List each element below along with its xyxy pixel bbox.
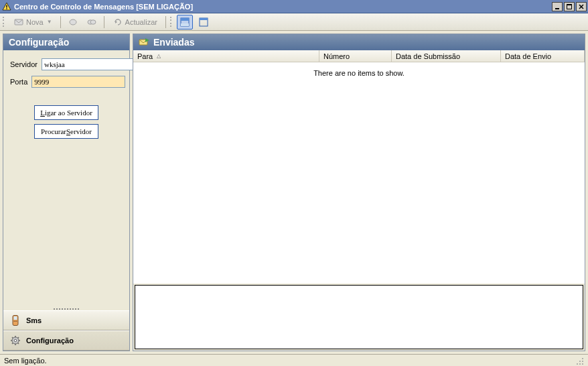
svg-rect-20 — [14, 321, 15, 322]
porta-input[interactable] — [31, 76, 125, 88]
svg-rect-2 — [6, 8, 7, 9]
svg-rect-14 — [181, 18, 189, 21]
procurar-servidor-button[interactable]: Procurar Servidor — [34, 124, 98, 139]
grid-area: Para △ Número Data de Submissão Data de … — [133, 50, 585, 284]
col-para[interactable]: Para △ — [133, 50, 319, 62]
svg-rect-15 — [181, 23, 189, 26]
reply-all-button[interactable] — [84, 15, 100, 29]
col-data-submissao[interactable]: Data de Submissão — [392, 50, 501, 62]
view-detail-button[interactable] — [177, 15, 193, 29]
detail-box — [135, 285, 583, 349]
refresh-icon — [113, 17, 123, 27]
svg-point-37 — [579, 363, 581, 365]
left-pane: Configuração Servidor Porta Ligar ao Ser… — [3, 34, 130, 351]
gear-icon — [10, 335, 21, 346]
svg-point-38 — [582, 358, 583, 359]
svg-rect-19 — [14, 316, 17, 320]
toolbar-separator — [104, 16, 104, 28]
right-pane: Enviadas Para △ Número Data de Submissão… — [133, 34, 585, 351]
servidor-input[interactable] — [42, 58, 135, 70]
svg-marker-12 — [115, 20, 117, 23]
config-body: Servidor Porta Ligar ao Servidor Procura… — [3, 50, 129, 306]
window-controls — [550, 2, 587, 11]
svg-point-11 — [90, 19, 96, 23]
svg-rect-5 — [567, 4, 572, 5]
maximize-button[interactable] — [564, 2, 575, 11]
svg-point-9 — [70, 19, 76, 25]
porta-label: Porta — [10, 78, 27, 86]
toolbar-grip — [3, 16, 5, 28]
svg-line-30 — [18, 343, 19, 344]
statusbar: Sem ligação. — [0, 354, 588, 366]
column-headers: Para △ Número Data de Submissão Data de … — [133, 50, 585, 62]
reply-all-icon — [86, 17, 97, 27]
svg-point-39 — [579, 361, 581, 362]
svg-point-40 — [577, 363, 578, 365]
servidor-row: Servidor — [10, 58, 123, 70]
new-message-icon — [13, 17, 24, 27]
svg-rect-21 — [15, 321, 15, 322]
svg-point-24 — [14, 339, 17, 342]
resize-grip[interactable] — [575, 356, 584, 365]
view-detail-icon — [179, 17, 190, 27]
close-button[interactable] — [576, 2, 587, 11]
main-area: Configuração Servidor Porta Ligar ao Ser… — [0, 31, 588, 354]
grid-body: There are no items to show. — [133, 62, 585, 284]
view-list-icon — [198, 17, 209, 27]
svg-rect-3 — [555, 8, 559, 9]
actualizar-button[interactable]: Actualizar — [108, 15, 161, 29]
svg-point-36 — [582, 361, 583, 362]
actualizar-label: Actualizar — [125, 18, 157, 26]
ligar-servidor-button[interactable]: Ligar ao Servidor — [34, 105, 98, 120]
col-data-envio[interactable]: Data de Envio — [501, 50, 585, 62]
nav-sms[interactable]: Sms — [3, 310, 129, 330]
nav-config-label: Configuração — [26, 337, 74, 345]
app-warning-icon — [1, 1, 12, 12]
svg-line-32 — [18, 337, 19, 338]
sent-header-label: Enviadas — [153, 37, 194, 48]
nav-sms-label: Sms — [26, 316, 42, 324]
empty-text: There are no items to show. — [313, 69, 405, 284]
minimize-button[interactable] — [552, 2, 563, 11]
col-numero[interactable]: Número — [319, 50, 392, 62]
svg-line-29 — [12, 337, 13, 338]
nova-label: Nova — [26, 18, 44, 26]
sort-asc-icon: △ — [157, 53, 161, 59]
status-text: Sem ligação. — [4, 357, 47, 365]
svg-rect-17 — [200, 18, 208, 20]
view-list-button[interactable] — [196, 15, 212, 29]
window-title: Centro de Controlo de Mensagens [SEM LIG… — [14, 3, 550, 11]
reply-icon — [68, 17, 78, 27]
nova-button[interactable]: Nova ▼ — [9, 15, 56, 29]
toolbar-separator — [60, 16, 61, 28]
porta-row: Porta — [10, 76, 123, 88]
reply-button[interactable] — [65, 15, 81, 29]
toolbar: Nova ▼ Actualizar — [0, 13, 588, 31]
nav-configuracao[interactable]: Configuração — [3, 330, 129, 351]
phone-icon — [10, 315, 21, 326]
chevron-down-icon: ▼ — [47, 19, 52, 25]
titlebar: Centro de Controlo de Mensagens [SEM LIG… — [0, 0, 588, 13]
servidor-label: Servidor — [10, 60, 38, 68]
toolbar-separator — [165, 16, 166, 28]
nav-buttons: Sms Configuração — [3, 310, 129, 351]
config-header: Configuração — [3, 34, 129, 50]
config-buttons: Ligar ao Servidor Procurar Servidor — [10, 105, 123, 139]
svg-rect-22 — [16, 321, 17, 322]
svg-rect-1 — [6, 5, 7, 7]
svg-point-35 — [582, 363, 583, 365]
sent-icon — [139, 37, 149, 48]
toolbar-grip — [170, 16, 173, 28]
sent-header: Enviadas — [133, 34, 585, 50]
svg-line-31 — [12, 343, 13, 344]
